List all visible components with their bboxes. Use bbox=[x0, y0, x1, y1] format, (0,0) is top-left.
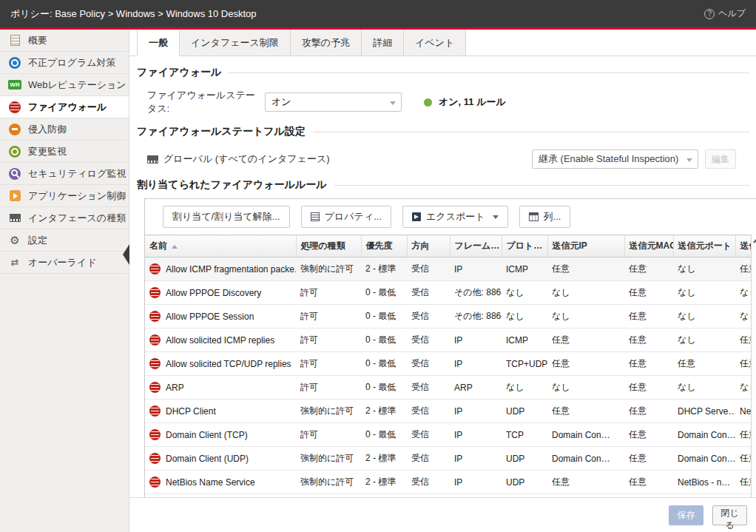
sidebar-item-interfaces[interactable]: インタフェースの種類 bbox=[0, 207, 129, 229]
rule-row[interactable]: Allow PPPOE Session許可0 - 最低受信その他: 8864なし… bbox=[145, 305, 751, 329]
rule-cell: Domain Con… bbox=[673, 447, 735, 471]
rule-row[interactable]: NetBios Name Service強制的に許可2 - 標準受信IPUDP任… bbox=[145, 471, 751, 494]
export-button[interactable]: エクスポート bbox=[402, 206, 508, 228]
rule-cell: ICMP bbox=[502, 329, 547, 352]
rule-row[interactable]: Allow solicited TCP/UDP replies許可0 - 最低受… bbox=[145, 352, 751, 376]
properties-list-icon bbox=[311, 212, 320, 221]
rule-cell: 受信 bbox=[407, 281, 450, 305]
sidebar-item-label: オーバーライド bbox=[28, 256, 97, 269]
column-header-8[interactable]: 送信元MAC bbox=[624, 235, 673, 257]
rule-cell: 任意 bbox=[624, 329, 673, 352]
column-header-5[interactable]: フレーム… bbox=[450, 235, 502, 257]
properties-button[interactable]: プロパティ... bbox=[301, 206, 391, 228]
sidebar-item-label: 侵入防御 bbox=[28, 123, 67, 136]
rule-cell: 任意 bbox=[735, 329, 751, 352]
sidebar-item-ips[interactable]: 侵入防御 bbox=[0, 118, 129, 141]
export-label: エクスポート bbox=[426, 210, 485, 223]
sidebar-item-label: 不正プログラム対策 bbox=[28, 56, 116, 70]
assign-unassign-button[interactable]: 割り当て/割り当て解除... bbox=[163, 206, 290, 228]
rule-name-cell: NetBios Name Service bbox=[145, 471, 296, 494]
column-header-7[interactable]: 送信元IP bbox=[547, 235, 624, 257]
help-label: ヘルプ bbox=[718, 7, 746, 20]
sort-ascending-icon bbox=[172, 245, 178, 249]
chevron-down-icon bbox=[686, 158, 692, 162]
rule-name-cell: DHCP Client bbox=[145, 400, 296, 423]
rule-row[interactable]: ARP許可0 - 最低受信ARPなしなし任意なしなし bbox=[145, 376, 751, 400]
section-divider bbox=[313, 132, 749, 132]
rule-cell: Netw bbox=[735, 400, 751, 423]
sidebar-item-webrep[interactable]: WRWebレピュテーション bbox=[0, 74, 129, 96]
rule-cell: 受信 bbox=[407, 305, 450, 329]
rule-cell: IP bbox=[450, 400, 502, 423]
tab-攻撃の予兆[interactable]: 攻撃の予兆 bbox=[291, 30, 362, 56]
rule-cell: UDP bbox=[502, 400, 547, 423]
column-header-4[interactable]: 方向 bbox=[407, 235, 450, 257]
rule-cell: なし bbox=[547, 305, 624, 329]
rule-cell: なし bbox=[673, 257, 735, 281]
edit-button[interactable]: 編集 bbox=[705, 149, 736, 169]
scroll-up-icon[interactable] bbox=[753, 238, 756, 246]
help-button[interactable]: ? ヘルプ bbox=[704, 7, 746, 20]
rule-name: Allow ICMP fragmentation packe… bbox=[166, 264, 296, 275]
sidebar-item-antimalware[interactable]: 不正プログラム対策 bbox=[0, 52, 129, 74]
sidebar-item-settings[interactable]: ⚙設定 bbox=[0, 229, 129, 252]
rule-cell: Domain Con… bbox=[547, 423, 624, 447]
stateful-scope-label: グローバル (すべてのインタフェース) bbox=[163, 152, 330, 166]
rule-cell: 0 - 最低 bbox=[361, 376, 407, 400]
rule-cell: 強制的に許可 bbox=[296, 471, 361, 494]
rule-cell: その他: 8864 bbox=[450, 305, 502, 329]
firewall-status-value: オン bbox=[271, 95, 291, 109]
save-button[interactable]: 保存 bbox=[669, 505, 703, 525]
firewall-status-select[interactable]: オン bbox=[265, 92, 402, 112]
columns-grid-icon bbox=[529, 212, 539, 221]
column-header-10[interactable]: 送信 bbox=[735, 235, 751, 257]
rule-cell: 任意 bbox=[735, 257, 751, 281]
sidebar-item-loginspect[interactable]: セキュリティログ監視 bbox=[0, 163, 129, 185]
rule-row[interactable]: DHCP Client強制的に許可2 - 標準受信IPUDP任意任意DHCP S… bbox=[145, 400, 751, 423]
column-header-9[interactable]: 送信元ポート bbox=[673, 235, 735, 257]
sidebar-item-overrides[interactable]: ⇄オーバーライド bbox=[0, 252, 129, 274]
sidebar-item-integrity[interactable]: 変更監視 bbox=[0, 141, 129, 163]
rule-cell: 許可 bbox=[296, 376, 361, 400]
rules-table-zone: 名前処理の種類優先度方向フレーム…プロト…送信元IP送信元MAC送信元ポート送信… bbox=[145, 235, 756, 497]
rule-name: Allow solicited ICMP replies bbox=[166, 335, 274, 346]
column-header-3[interactable]: 優先度 bbox=[361, 235, 407, 257]
rule-cell: ICMP bbox=[502, 257, 547, 281]
column-header-1[interactable]: 名前 bbox=[145, 235, 296, 257]
sidebar-item-firewall[interactable]: ファイアウォール bbox=[0, 96, 129, 118]
sidebar-collapse-handle[interactable] bbox=[123, 244, 129, 265]
columns-button[interactable]: 列... bbox=[519, 206, 571, 228]
rule-cell: 強制的に許可 bbox=[296, 400, 361, 423]
rule-row[interactable]: Allow PPPOE Discovery許可0 - 最低受信その他: 8863… bbox=[145, 281, 751, 305]
sidebar-item-label: Webレピュテーション bbox=[28, 78, 126, 92]
tab-インタフェース制限[interactable]: インタフェース制限 bbox=[180, 30, 291, 56]
vertical-scrollbar[interactable] bbox=[751, 235, 756, 497]
firewall-rule-icon bbox=[149, 382, 161, 393]
rule-cell: Domain Con… bbox=[673, 423, 735, 447]
tab-イベント[interactable]: イベント bbox=[404, 30, 466, 56]
rule-row[interactable]: Domain Client (UDP)強制的に許可2 - 標準受信IPUDPDo… bbox=[145, 447, 751, 471]
close-button[interactable]: 閉じる bbox=[712, 505, 747, 525]
rule-row[interactable]: Domain Client (TCP)許可0 - 最低受信IPTCPDomain… bbox=[145, 423, 751, 447]
rule-cell: 0 - 最低 bbox=[361, 329, 407, 352]
tab-一般[interactable]: 一般 bbox=[137, 30, 180, 56]
firewall-rule-icon bbox=[149, 263, 161, 275]
sidebar-item-appcontrol[interactable]: アプリケーション制御 bbox=[0, 185, 129, 207]
column-header-6[interactable]: プロト… bbox=[502, 235, 547, 257]
tab-詳細[interactable]: 詳細 bbox=[362, 30, 404, 56]
rule-cell: 許可 bbox=[296, 281, 361, 305]
sidebar-item-overview[interactable]: 概要 bbox=[0, 30, 129, 52]
rule-row[interactable]: Allow solicited ICMP replies許可0 - 最低受信IP… bbox=[145, 329, 751, 352]
network-interface-icon bbox=[147, 155, 158, 164]
column-header-2[interactable]: 処理の種類 bbox=[296, 235, 361, 257]
rule-cell: 0 - 最低 bbox=[361, 305, 407, 329]
rule-row[interactable]: Allow ICMP fragmentation packe…強制的に許可2 -… bbox=[145, 257, 751, 281]
stateful-section: ファイアウォールステートフル設定 グローバル (すべてのインタフェース) 継承 … bbox=[137, 125, 756, 169]
rule-name: ARP bbox=[166, 383, 184, 393]
rules-section-title: 割り当てられたファイアウォールルール bbox=[137, 178, 327, 192]
rule-cell: なし bbox=[502, 305, 547, 329]
rule-cell: 受信 bbox=[407, 329, 450, 352]
anti-malware-icon bbox=[7, 56, 22, 70]
assign-unassign-label: 割り当て/割り当て解除... bbox=[172, 210, 280, 223]
stateful-config-select[interactable]: 継承 (Enable Stateful Inspection) bbox=[532, 149, 698, 169]
